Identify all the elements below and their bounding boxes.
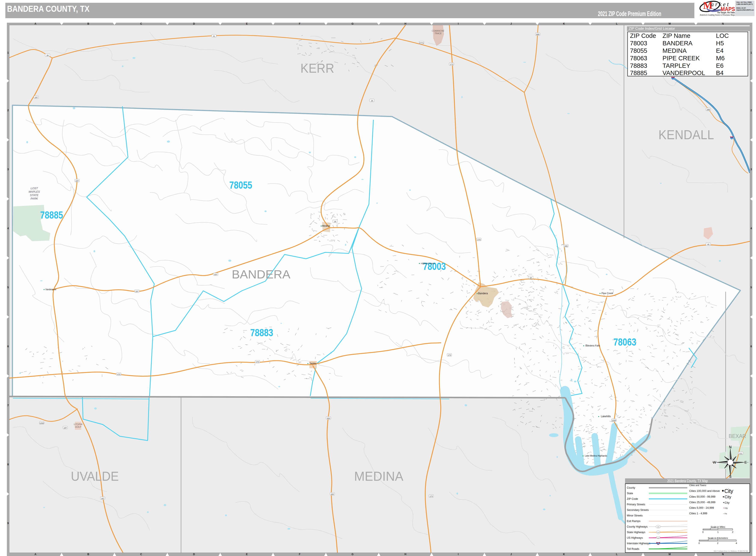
svg-text:2: 2 xyxy=(7,109,9,112)
svg-text:MEDINA: MEDINA xyxy=(662,47,687,54)
svg-text:173: 173 xyxy=(448,354,451,356)
svg-text:689: 689 xyxy=(564,245,567,247)
svg-text:County: County xyxy=(627,486,635,489)
svg-text:173: 173 xyxy=(477,239,481,241)
svg-text:78063: 78063 xyxy=(614,336,636,348)
svg-text:BANDERA: BANDERA xyxy=(662,40,693,47)
svg-text:Cities and Towns: Cities and Towns xyxy=(689,484,706,487)
svg-text:78003: 78003 xyxy=(630,40,647,47)
svg-text:1-888-434-MAPS (6277): 1-888-434-MAPS (6277) xyxy=(736,3,753,5)
svg-text:41: 41 xyxy=(213,35,215,37)
svg-text:Lakehills: Lakehills xyxy=(601,415,611,418)
svg-text:123: 123 xyxy=(657,537,659,539)
svg-text:78885: 78885 xyxy=(40,209,63,221)
svg-text:A: A xyxy=(34,553,36,556)
svg-text:M6: M6 xyxy=(716,55,725,62)
svg-text:EMAIL US AT:: EMAIL US AT: xyxy=(736,7,746,9)
svg-text:ZIP Name: ZIP Name xyxy=(662,32,690,39)
svg-text:Cities 50,000 - 99,999: Cities 50,000 - 99,999 xyxy=(689,495,715,498)
svg-text:K: K xyxy=(563,22,565,25)
svg-text:Tarpley: Tarpley xyxy=(309,362,316,364)
svg-text:D: D xyxy=(193,22,195,25)
svg-text:Vanderpool: Vanderpool xyxy=(45,288,56,290)
svg-text:2771: 2771 xyxy=(419,42,424,44)
svg-text:D: D xyxy=(193,553,195,556)
svg-text:Cities 25,000 - 49,999: Cities 25,000 - 49,999 xyxy=(689,501,715,504)
svg-text:KENDALL: KENDALL xyxy=(658,127,714,142)
svg-text:MAPLES: MAPLES xyxy=(29,190,40,193)
svg-text:MEDINA: MEDINA xyxy=(354,469,403,484)
svg-text:462: 462 xyxy=(331,493,334,495)
svg-text:173: 173 xyxy=(450,63,453,65)
svg-text:LOC: LOC xyxy=(716,32,729,39)
svg-text:Toll Roads: Toll Roads xyxy=(627,548,639,550)
svg-text:GOLF: GOLF xyxy=(75,425,81,428)
svg-text:2: 2 xyxy=(732,531,733,533)
svg-text:•: • xyxy=(722,487,724,494)
svg-text:G: G xyxy=(352,553,354,556)
svg-text:187: 187 xyxy=(64,427,67,429)
svg-text:G: G xyxy=(352,22,354,25)
svg-text:City: City xyxy=(724,488,733,494)
svg-text:211: 211 xyxy=(739,452,742,455)
svg-text:PIPE CREEK: PIPE CREEK xyxy=(662,55,700,62)
svg-text:B: B xyxy=(87,553,89,556)
svg-text:78055: 78055 xyxy=(229,179,252,191)
svg-text:L: L xyxy=(616,553,618,556)
svg-text:BANDERA: BANDERA xyxy=(232,268,291,281)
svg-text:123: 123 xyxy=(657,526,659,527)
svg-text:F: F xyxy=(299,553,300,556)
svg-text:Lake Medina Highlands: Lake Medina Highlands xyxy=(585,455,607,457)
svg-text:C: C xyxy=(140,22,142,25)
svg-text:B: B xyxy=(87,22,89,25)
svg-text:4: 4 xyxy=(736,542,737,545)
svg-text:1283: 1283 xyxy=(612,419,616,421)
svg-text:Interstate Highways: Interstate Highways xyxy=(627,542,650,545)
svg-text:E: E xyxy=(246,22,248,25)
svg-text:TRACE: TRACE xyxy=(434,32,442,35)
svg-text:1: 1 xyxy=(750,51,752,54)
svg-text:J: J xyxy=(511,553,512,556)
svg-text:ZIP Code: ZIP Code xyxy=(630,32,656,39)
svg-text:Cities 1 - 4,999: Cities 1 - 4,999 xyxy=(689,512,707,515)
svg-text:123: 123 xyxy=(657,543,659,544)
svg-text:A: A xyxy=(34,22,36,25)
svg-text:City: City xyxy=(725,495,731,499)
svg-text:COMANCHE: COMANCHE xyxy=(432,30,445,32)
svg-text:337: 337 xyxy=(135,290,138,292)
svg-text:123: 123 xyxy=(657,532,659,533)
svg-text:LOST: LOST xyxy=(31,187,38,190)
svg-text:78055: 78055 xyxy=(630,47,647,54)
svg-text:470: 470 xyxy=(117,373,120,376)
svg-text:78063: 78063 xyxy=(630,55,647,62)
svg-text:M: M xyxy=(669,553,671,556)
svg-text:H5: H5 xyxy=(716,40,724,47)
svg-text:F: F xyxy=(299,22,300,25)
svg-text:5: 5 xyxy=(750,286,752,289)
svg-text:America's Leading Source of Bu: America's Leading Source of Business Map… xyxy=(700,13,735,16)
svg-text:mapsales@MarketMAPS.com: mapsales@MarketMAPS.com xyxy=(736,9,754,11)
svg-text:187: 187 xyxy=(75,180,78,182)
svg-text:VANDERPOOL: VANDERPOOL xyxy=(662,70,705,76)
svg-text:Cities 100,000 and Above: Cities 100,000 and Above xyxy=(689,489,720,492)
svg-text:•: • xyxy=(723,513,724,515)
svg-text:K: K xyxy=(563,553,565,556)
svg-text:Highland Waters: Highland Waters xyxy=(421,263,435,265)
svg-text:39: 39 xyxy=(46,54,48,57)
svg-text:1: 1 xyxy=(717,531,719,533)
svg-text:6: 6 xyxy=(7,345,9,348)
svg-text:Bandera: Bandera xyxy=(478,292,488,295)
svg-text:I: I xyxy=(458,553,459,556)
svg-text:289: 289 xyxy=(706,109,710,111)
svg-text:Scale in Miles: Scale in Miles xyxy=(711,526,725,528)
svg-text:3: 3 xyxy=(7,168,9,171)
svg-text:H: H xyxy=(404,22,406,25)
svg-text:4: 4 xyxy=(750,227,752,230)
svg-text:2: 2 xyxy=(717,542,718,545)
svg-text:State Highways: State Highways xyxy=(627,531,645,534)
svg-text:N: N xyxy=(722,553,724,556)
svg-text:City: City xyxy=(725,507,728,509)
svg-text:2021 © Intelligent Direct, Inc: 2021 © Intelligent Direct, Inc. Middleto… xyxy=(714,550,748,552)
svg-text:173: 173 xyxy=(429,495,433,497)
svg-text:E: E xyxy=(246,553,248,556)
